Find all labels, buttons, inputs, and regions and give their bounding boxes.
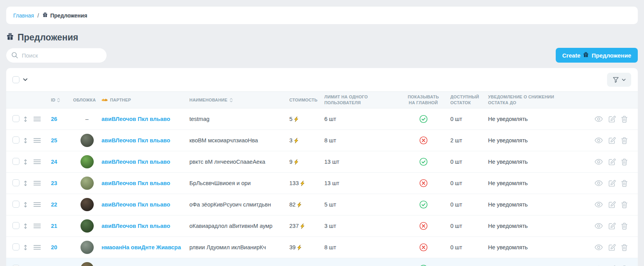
partner-link[interactable]: нмаоанНа овиДнте Жиавсра <box>102 244 181 250</box>
edit-button[interactable] <box>608 244 616 251</box>
view-button[interactable] <box>595 180 603 186</box>
edit-button[interactable] <box>608 180 616 187</box>
chevron-down-icon[interactable] <box>23 78 28 81</box>
row-menu-button[interactable] <box>33 116 47 122</box>
row-id-link[interactable]: 26 <box>51 116 57 122</box>
delete-button[interactable] <box>621 244 628 251</box>
trash-icon <box>621 222 628 230</box>
row-menu-button[interactable] <box>33 138 47 143</box>
view-button[interactable] <box>595 159 603 165</box>
row-id-link[interactable]: 24 <box>51 159 57 165</box>
delete-button[interactable] <box>621 137 628 144</box>
edit-icon <box>608 244 616 251</box>
gift-icon <box>583 52 589 59</box>
row-checkbox[interactable] <box>12 201 19 208</box>
row-id-link[interactable]: 22 <box>51 201 57 208</box>
breadcrumb-current-label: Предложения <box>50 12 87 19</box>
cost-value: 133 <box>289 180 299 186</box>
row-checkbox[interactable] <box>12 115 19 122</box>
drag-handle[interactable] <box>23 116 33 122</box>
offer-cost: 3 <box>278 137 321 144</box>
edit-icon <box>608 201 616 208</box>
hamburger-icon <box>33 116 41 122</box>
chevron-down-icon <box>622 79 626 81</box>
offer-cost: 82 <box>278 201 321 208</box>
drag-handle[interactable] <box>23 223 33 229</box>
row-menu-button[interactable] <box>33 180 47 186</box>
partner-link[interactable]: авиВЛеочов Пкл вльаво <box>102 159 170 165</box>
row-menu-button[interactable] <box>33 223 47 229</box>
partner-link[interactable]: авиВЛеочов Пкл вльаво <box>102 223 170 229</box>
delete-button[interactable] <box>621 158 628 166</box>
notification-value: Не уведомлять <box>483 223 566 229</box>
move-vertical-icon <box>23 223 28 229</box>
delete-button[interactable] <box>621 201 628 208</box>
row-checkbox[interactable] <box>12 265 19 266</box>
hamburger-icon <box>33 138 41 143</box>
row-id-link[interactable]: 20 <box>51 244 57 250</box>
drag-handle[interactable] <box>23 137 33 144</box>
check-circle-icon <box>419 115 428 123</box>
view-button[interactable] <box>595 116 603 122</box>
header-id[interactable]: ID <box>47 97 72 103</box>
eye-icon <box>595 116 603 122</box>
edit-button[interactable] <box>608 201 616 208</box>
hamburger-icon <box>33 202 41 207</box>
partner-link[interactable]: авиВЛеочов Пкл вльаво <box>102 180 170 186</box>
offer-name: testmag <box>183 116 278 122</box>
table-row: 20 нмаоанНа овиДнте Жиавсра рлвии Лдуоми… <box>6 236 638 258</box>
select-all-checkbox[interactable] <box>12 76 19 83</box>
drag-handle[interactable] <box>23 159 33 165</box>
delete-button[interactable] <box>621 180 628 187</box>
cover-avatar <box>80 198 94 211</box>
row-checkbox[interactable] <box>12 158 19 165</box>
edit-button[interactable] <box>608 158 616 166</box>
header-cost: СТОИМОСТЬ <box>278 97 321 103</box>
row-id-link[interactable]: 23 <box>51 180 57 186</box>
edit-button[interactable] <box>608 116 616 123</box>
row-checkbox[interactable] <box>12 222 19 229</box>
row-checkbox[interactable] <box>12 243 19 250</box>
row-id-link[interactable]: 21 <box>51 223 57 229</box>
table-row: 23 авиВЛеочов Пкл вльаво БрЛьсввчШвиоея … <box>6 172 638 194</box>
edit-button[interactable] <box>608 222 616 230</box>
table-body: 26 – авиВЛеочов Пкл вльаво testmag 5 6 ш… <box>6 108 638 266</box>
row-id-link[interactable]: 25 <box>51 137 57 144</box>
partner-link[interactable]: авиВЛеочов Пкл вльаво <box>102 116 170 122</box>
create-offer-button[interactable]: Create Предложение <box>556 48 638 63</box>
row-checkbox[interactable] <box>12 179 19 186</box>
available-value: 0 шт <box>442 159 483 165</box>
drag-handle[interactable] <box>23 244 33 251</box>
offer-cost: 5 <box>278 116 321 122</box>
table-row: 21 авиВЛеочов Пкл вльаво оКавиарадлол аВ… <box>6 215 638 236</box>
x-circle-icon <box>419 243 428 252</box>
offer-cost: 133 <box>278 180 321 186</box>
row-menu-button[interactable] <box>33 202 47 207</box>
edit-button[interactable] <box>608 137 616 144</box>
view-button[interactable] <box>595 244 603 250</box>
available-value: 0 шт <box>442 116 483 122</box>
partner-link[interactable]: авиВЛеочов Пкл вльаво <box>102 201 170 208</box>
notification-value: Не уведомлять <box>483 201 566 208</box>
limit-value: 13 шт <box>321 159 405 165</box>
search-input[interactable] <box>22 52 102 59</box>
row-menu-button[interactable] <box>33 245 47 250</box>
row-checkbox[interactable] <box>12 136 19 144</box>
view-button[interactable] <box>595 201 603 208</box>
table-row: 19 нмаоанНа овиДнте Жиавсра о нваГРэиНир… <box>6 258 638 266</box>
move-vertical-icon <box>23 244 28 251</box>
delete-button[interactable] <box>621 222 628 230</box>
check-circle-icon <box>419 158 428 166</box>
row-menu-button[interactable] <box>33 159 47 164</box>
edit-icon <box>608 116 616 123</box>
gift-icon <box>6 32 14 43</box>
header-name[interactable]: НАИМЕНОВАНИЕ <box>183 97 278 103</box>
drag-handle[interactable] <box>23 180 33 187</box>
filter-button[interactable] <box>607 73 631 87</box>
breadcrumb-home-link[interactable]: Главная <box>13 12 34 19</box>
delete-button[interactable] <box>621 116 628 123</box>
drag-handle[interactable] <box>23 201 33 208</box>
view-button[interactable] <box>595 137 603 144</box>
partner-link[interactable]: авиВЛеочов Пкл вльаво <box>102 137 170 144</box>
view-button[interactable] <box>595 223 603 229</box>
